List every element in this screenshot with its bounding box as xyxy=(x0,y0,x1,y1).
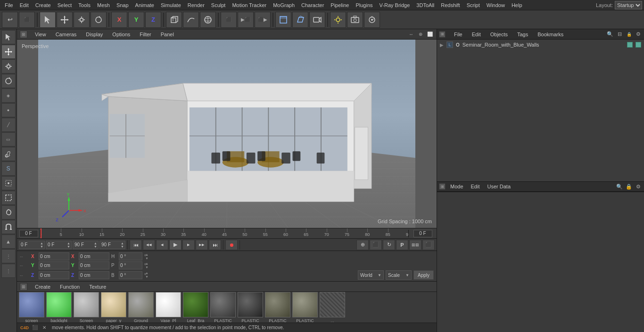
spline-button[interactable] xyxy=(183,12,199,28)
cube-object-button[interactable] xyxy=(166,12,182,28)
tool-edge[interactable]: ╱ xyxy=(1,118,16,132)
perspective-view-button[interactable] xyxy=(292,12,308,28)
y-axis-button[interactable]: Y xyxy=(128,12,144,28)
vp-icon-expand[interactable]: ↔ xyxy=(407,31,415,38)
material-item-4[interactable]: Ground xyxy=(128,292,154,323)
tool-rotate[interactable] xyxy=(1,74,16,88)
attr-search-icon[interactable]: 🔍 xyxy=(616,183,623,190)
pb-grid-btn[interactable]: ⊞⊞ xyxy=(409,240,421,250)
menu-plugins[interactable]: Plugins xyxy=(353,1,375,9)
pb-play[interactable]: ▶ xyxy=(169,240,182,250)
menu-select[interactable]: Select xyxy=(55,1,75,9)
attr-menu-mode[interactable]: Mode xyxy=(447,183,466,190)
camera-view-button[interactable] xyxy=(309,12,325,28)
viewport-toggle-icon[interactable]: ⊞ xyxy=(20,31,27,38)
world-dropdown[interactable]: World ▼ xyxy=(358,270,384,280)
status-box-icon[interactable]: ⬛ xyxy=(31,324,39,332)
mat-preview-7[interactable] xyxy=(210,292,236,317)
rp-lock-icon[interactable]: 🔒 xyxy=(625,31,633,38)
obj-tag-icon[interactable] xyxy=(636,42,641,48)
pb-next-key[interactable]: ▸▸ xyxy=(196,240,208,250)
material-item-extra1[interactable]: ... xyxy=(320,292,345,323)
mat-preview-9[interactable] xyxy=(265,292,290,317)
menu-mograph[interactable]: MoGraph xyxy=(270,1,297,9)
tool-scale[interactable] xyxy=(1,59,16,73)
pb-total-field[interactable]: 90 F ▲▼ xyxy=(99,241,125,249)
pb-end-field[interactable]: 90 F ▲▼ xyxy=(73,241,99,249)
material-item-0[interactable]: screen xyxy=(19,292,44,323)
front-view-button[interactable] xyxy=(275,12,291,28)
pb-start-field[interactable]: 0 F ▲▼ xyxy=(19,241,45,249)
vp-menu-cameras[interactable]: Cameras xyxy=(54,31,79,38)
tool-point[interactable]: ● xyxy=(1,103,16,117)
vp-menu-options[interactable]: Options xyxy=(110,31,132,38)
menu-file[interactable]: File xyxy=(2,1,16,9)
light-button[interactable] xyxy=(330,12,346,28)
material-item-5[interactable]: Vase_Pl xyxy=(156,292,181,323)
tool-sculpt-brush[interactable] xyxy=(1,147,16,161)
move-tool-button[interactable] xyxy=(57,12,73,28)
tool-select[interactable] xyxy=(1,30,16,44)
pb-last-frame[interactable]: ⏭ xyxy=(209,240,221,250)
menu-motion-tracker[interactable]: Motion Tracker xyxy=(229,1,269,9)
layout-dropdown[interactable]: Startup xyxy=(615,1,642,9)
coord-b-val[interactable] xyxy=(119,271,142,279)
material-item-9[interactable]: PLASTIC xyxy=(265,292,290,323)
attr-menu-userdata[interactable]: User Data xyxy=(485,183,514,190)
current-frame-input[interactable] xyxy=(19,230,38,237)
vp-menu-view[interactable]: View xyxy=(33,31,48,38)
apply-button[interactable]: Apply xyxy=(413,270,434,280)
attr-header-icon[interactable]: ⊞ xyxy=(439,183,446,190)
vp-icon-arrows[interactable]: ⊕ xyxy=(417,31,424,38)
pb-prev-frame[interactable]: ◂ xyxy=(156,240,168,250)
pb-scale-btn[interactable]: ⬛ xyxy=(370,240,382,250)
mat-preview-5[interactable] xyxy=(156,292,181,317)
object-row-main[interactable]: ▶ L O Seminar_Room_with_Blue_Walls xyxy=(438,40,643,49)
timeline-ruler[interactable]: 051015202530354045505560657075808590 xyxy=(41,228,408,238)
select-tool-button[interactable] xyxy=(40,12,56,28)
material-item-7[interactable]: PLASTIC xyxy=(210,292,236,323)
menu-edit[interactable]: Edit xyxy=(17,1,32,9)
render-button[interactable] xyxy=(364,12,380,28)
anim-region-button[interactable]: ⬛ xyxy=(221,12,237,28)
mat-preview-3[interactable] xyxy=(101,292,126,317)
mat-preview-0[interactable] xyxy=(19,292,44,317)
tool-obj-mode[interactable]: ◈ xyxy=(1,89,16,103)
pb-next-frame[interactable]: ▸ xyxy=(182,240,195,250)
menu-window[interactable]: Window xyxy=(484,1,508,9)
rp-menu-tags[interactable]: Tags xyxy=(514,31,531,38)
rp-search-icon[interactable]: 🔍 xyxy=(606,31,614,38)
mat-preview-2[interactable] xyxy=(74,292,99,317)
z-axis-button[interactable]: Z xyxy=(145,12,161,28)
x-axis-button[interactable]: X xyxy=(111,12,127,28)
mat-preview-10[interactable] xyxy=(292,292,318,317)
coord-z-size[interactable] xyxy=(79,271,109,279)
rp-menu-file[interactable]: File xyxy=(451,31,465,38)
coord-p-val[interactable] xyxy=(119,261,142,269)
tool-move[interactable] xyxy=(1,45,16,59)
tool-live-sel[interactable] xyxy=(1,176,16,190)
material-item-2[interactable]: Screen xyxy=(74,292,99,323)
material-item-1[interactable]: backlight xyxy=(46,292,72,323)
mat-menu-create[interactable]: Create xyxy=(33,283,52,291)
menu-3dtoall[interactable]: 3DToAll xyxy=(413,1,437,9)
pb-rotate-btn[interactable]: ↻ xyxy=(383,240,395,250)
rp-menu-bookmarks[interactable]: Bookmarks xyxy=(535,31,566,38)
mat-preview-1[interactable] xyxy=(46,292,72,317)
mat-toggle-icon[interactable]: ⊞ xyxy=(20,283,27,291)
menu-snap[interactable]: Snap xyxy=(114,1,132,9)
menu-character[interactable]: Character xyxy=(298,1,327,9)
nurbs-button[interactable] xyxy=(200,12,216,28)
menu-help[interactable]: Help xyxy=(509,1,525,9)
pb-first-frame[interactable]: ⏮ xyxy=(130,240,142,250)
vp-menu-filter[interactable]: Filter xyxy=(138,31,153,38)
menu-pipeline[interactable]: Pipeline xyxy=(328,1,352,9)
rotate-tool-button[interactable] xyxy=(91,12,107,28)
coord-y-pos[interactable] xyxy=(39,261,69,269)
coord-x-pos[interactable] xyxy=(39,252,69,260)
mat-preview-4[interactable] xyxy=(128,292,154,317)
scale-dropdown[interactable]: Scale ▼ xyxy=(386,270,412,280)
attr-menu-edit[interactable]: Edit xyxy=(468,183,483,190)
coord-h-val[interactable] xyxy=(119,252,142,260)
material-item-10[interactable]: PLASTIC xyxy=(292,292,318,323)
